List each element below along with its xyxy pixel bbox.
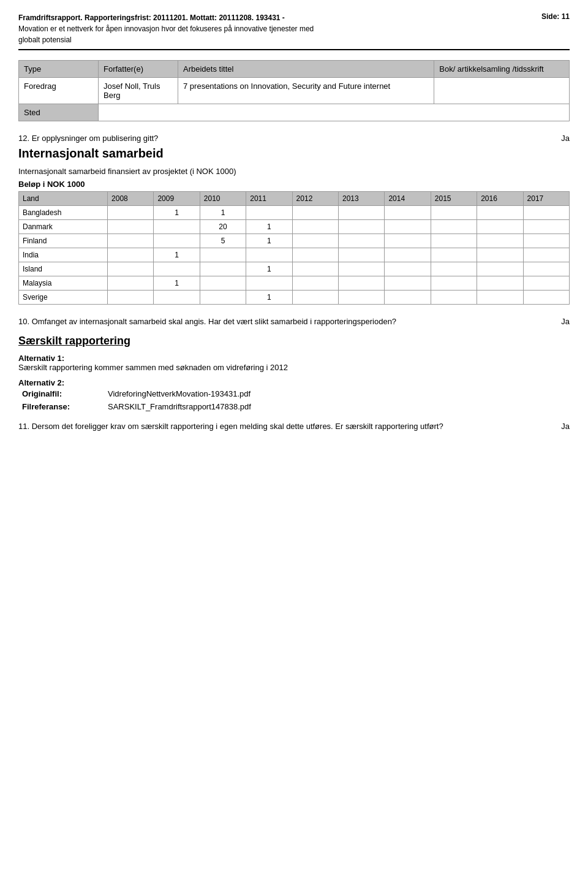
year-cell-2017	[523, 262, 569, 276]
table-row: Bangladesh11	[19, 206, 570, 220]
page-number: Side: 11	[541, 12, 570, 21]
year-cell-2010	[200, 276, 246, 291]
year-cell-2010	[200, 248, 246, 262]
year-cell-2010: 20	[200, 220, 246, 234]
year-cell-2011: 1	[246, 262, 292, 276]
year-cell-2013	[339, 276, 385, 291]
year-cell-2009	[154, 291, 200, 305]
year-cell-2008	[108, 248, 154, 262]
originalfil-value: VidreforingNettverkMovation-193431.pdf	[104, 387, 570, 400]
header-left: Framdriftsrapport. Rapporteringsfrist: 2…	[18, 12, 314, 45]
year-cell-2017	[523, 220, 569, 234]
year-cell-2015	[431, 220, 477, 234]
year-cell-2012	[292, 220, 338, 234]
year-cell-2015	[431, 262, 477, 276]
row1-forfatter: Josef Noll, Truls Berg	[99, 78, 178, 104]
year-cell-2015	[431, 291, 477, 305]
year-cell-2013	[339, 220, 385, 234]
question11-row: 11. Dersom det foreligger krav om særski…	[18, 422, 570, 431]
year-cell-2017	[523, 206, 569, 220]
question10-row: 10. Omfanget av internasjonalt samarbeid…	[18, 317, 570, 326]
land-cell: India	[19, 248, 108, 262]
year-cell-2011: 1	[246, 220, 292, 234]
row1-tittel: 7 presentations on Innovation, Security …	[178, 78, 434, 104]
year-cell-2014	[385, 206, 431, 220]
year-cell-2015	[431, 206, 477, 220]
year-cell-2016	[477, 248, 523, 262]
year-cell-2017	[523, 248, 569, 262]
internasjonalt-heading: Internasjonalt samarbeid	[18, 146, 570, 161]
year-cell-2010	[200, 291, 246, 305]
col-2013: 2013	[339, 192, 385, 206]
year-cell-2016	[477, 262, 523, 276]
year-cell-2016	[477, 276, 523, 291]
land-cell: Finland	[19, 234, 108, 248]
year-cell-2008	[108, 220, 154, 234]
year-cell-2016	[477, 206, 523, 220]
col-2009: 2009	[154, 192, 200, 206]
year-cell-2009	[154, 220, 200, 234]
alt1-title: Alternativ 1:	[18, 354, 570, 363]
header-title-line1: Framdriftsrapport. Rapporteringsfrist: 2…	[18, 13, 285, 22]
year-cell-2008	[108, 206, 154, 220]
year-cell-2009: 1	[154, 248, 200, 262]
year-cell-2009	[154, 262, 200, 276]
alt1-text: Særskilt rapportering kommer sammen med …	[18, 363, 570, 372]
year-cell-2011: 1	[246, 291, 292, 305]
land-cell: Danmark	[19, 220, 108, 234]
year-cell-2014	[385, 276, 431, 291]
year-cell-2011	[246, 206, 292, 220]
year-cell-2009: 1	[154, 206, 200, 220]
year-cell-2016	[477, 234, 523, 248]
question11-text: 11. Dersom det foreligger krav om særski…	[18, 422, 443, 431]
year-cell-2011: 1	[246, 234, 292, 248]
question11-section: 11. Dersom det foreligger krav om særski…	[18, 422, 570, 431]
year-cell-2015	[431, 234, 477, 248]
year-cell-2013	[339, 291, 385, 305]
table-row: Malaysia1	[19, 276, 570, 291]
col-type-header: Type	[19, 61, 99, 78]
year-cell-2014	[385, 291, 431, 305]
col-land: Land	[19, 192, 108, 206]
col-tittel-header: Arbeidets tittel	[178, 61, 434, 78]
year-cell-2013	[339, 248, 385, 262]
year-cell-2010: 1	[200, 206, 246, 220]
col-forfatter-header: Forfatter(e)	[99, 61, 178, 78]
year-cell-2012	[292, 234, 338, 248]
year-cell-2014	[385, 262, 431, 276]
year-cell-2014	[385, 220, 431, 234]
international-table: Land 2008 2009 2010 2011 2012 2013 2014 …	[18, 191, 570, 305]
row1-type: Foredrag	[19, 78, 99, 104]
filref-label: Filreferanse:	[18, 400, 104, 413]
land-cell: Malaysia	[19, 276, 108, 291]
year-cell-2012	[292, 262, 338, 276]
question12-row: 12. Er opplysninger om publisering gitt?…	[18, 134, 570, 143]
year-cell-2014	[385, 234, 431, 248]
year-cell-2010: 5	[200, 234, 246, 248]
year-cell-2008	[108, 276, 154, 291]
year-cell-2017	[523, 291, 569, 305]
alt2-title: Alternativ 2:	[18, 378, 570, 387]
land-cell: Sverige	[19, 291, 108, 305]
year-cell-2008	[108, 262, 154, 276]
land-cell: Island	[19, 262, 108, 276]
year-cell-2013	[339, 262, 385, 276]
year-cell-2009	[154, 234, 200, 248]
year-cell-2011	[246, 248, 292, 262]
filref-value: SARSKILT_Framdriftsrapport147838.pdf	[104, 400, 570, 413]
table-row: Finland51	[19, 234, 570, 248]
question10-text: 10. Omfanget av internasjonalt samarbeid…	[18, 317, 396, 326]
question12-text: 12. Er opplysninger om publisering gitt?	[18, 134, 158, 143]
internasjonalt-sub: Internasjonalt samarbeid finansiert av p…	[18, 167, 570, 176]
col-2010: 2010	[200, 192, 246, 206]
year-cell-2013	[339, 206, 385, 220]
alternativ2-section: Alternativ 2: Originalfil: VidreforingNe…	[18, 378, 570, 413]
originalfil-label: Originalfil:	[18, 387, 104, 400]
publication-info-table: Type Forfatter(e) Arbeidets tittel Bok/ …	[18, 60, 570, 121]
col-2016: 2016	[477, 192, 523, 206]
year-cell-2012	[292, 276, 338, 291]
col-2008: 2008	[108, 192, 154, 206]
year-cell-2012	[292, 248, 338, 262]
year-cell-2015	[431, 248, 477, 262]
table-row: Island1	[19, 262, 570, 276]
